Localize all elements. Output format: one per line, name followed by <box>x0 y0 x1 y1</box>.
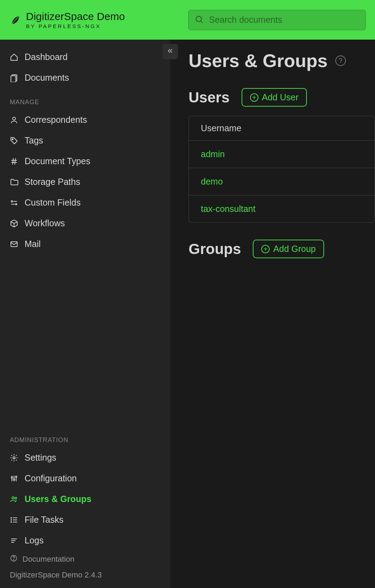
sidebar-item-custom-fields[interactable]: Custom Fields <box>0 192 170 213</box>
plus-circle-icon: + <box>261 245 270 253</box>
sidebar-item-tags[interactable]: Tags <box>0 130 170 151</box>
svg-point-4 <box>13 117 15 120</box>
sidebar-item-file-tasks[interactable]: File Tasks <box>0 509 170 530</box>
table-header-username: Username <box>189 116 375 141</box>
sidebar-item-dashboard[interactable]: Dashboard <box>0 47 170 67</box>
sidebar-item-label: Logs <box>25 535 44 546</box>
svg-point-16 <box>13 457 15 459</box>
main-content: Users & Groups ? Users + Add User Userna… <box>170 40 375 588</box>
sidebar-item-label: Workflows <box>25 218 65 228</box>
documentation-link[interactable]: Documentation <box>0 551 170 568</box>
username-cell: demo <box>201 176 223 186</box>
mail-icon <box>10 240 18 248</box>
sidebar-item-label: Settings <box>25 453 56 463</box>
leaf-logo-icon <box>9 14 21 26</box>
sidebar-item-documents[interactable]: Documents <box>0 67 170 88</box>
brand-title: DigitizerSpace Demo <box>26 11 125 22</box>
documentation-label: Documentation <box>22 555 74 564</box>
sidebar-item-label: Correspondents <box>25 115 87 125</box>
sidebar-item-correspondents[interactable]: Correspondents <box>0 109 170 130</box>
svg-point-29 <box>11 520 12 520</box>
chevron-double-left-icon <box>167 47 174 56</box>
section-header-manage: MANAGE <box>0 88 170 109</box>
sidebar-item-label: Mail <box>25 239 41 249</box>
home-icon <box>10 53 18 61</box>
sidebar-item-label: File Tasks <box>25 515 64 525</box>
equalizer-icon <box>10 474 18 483</box>
svg-point-22 <box>15 476 17 477</box>
version-text: DigitizerSpace Demo 2.4.3 <box>0 568 170 588</box>
help-circle-icon <box>10 554 18 564</box>
add-group-button[interactable]: + Add Group <box>253 240 324 258</box>
sidebar-item-label: Configuration <box>25 473 77 483</box>
username-cell: tax-consultant <box>201 204 256 214</box>
sidebar-collapse-button[interactable] <box>163 44 178 59</box>
brand-subtitle: BY PAPERLESS-NGX <box>26 23 125 29</box>
svg-point-23 <box>12 497 14 499</box>
search-icon <box>195 15 204 25</box>
svg-point-35 <box>13 560 14 560</box>
sidebar-item-label: Users & Groups <box>25 494 91 504</box>
svg-rect-3 <box>11 76 16 82</box>
svg-point-20 <box>11 477 13 478</box>
sidebar-item-configuration[interactable]: Configuration <box>0 468 170 489</box>
text-lines-icon <box>10 536 18 545</box>
brand[interactable]: DigitizerSpace Demo BY PAPERLESS-NGX <box>9 11 188 29</box>
sidebar-item-label: Storage Paths <box>25 177 80 187</box>
gear-icon <box>10 454 18 462</box>
add-group-label: Add Group <box>273 244 316 254</box>
svg-line-1 <box>201 21 203 22</box>
search-input[interactable] <box>188 10 366 30</box>
sidebar-item-label: Document Types <box>25 156 90 166</box>
help-icon[interactable]: ? <box>335 55 346 66</box>
sidebar-item-label: Tags <box>25 135 43 146</box>
sidebar-item-logs[interactable]: Logs <box>0 530 170 551</box>
sidebar-item-document-types[interactable]: Document Types <box>0 151 170 172</box>
svg-point-0 <box>196 16 201 21</box>
add-user-label: Add User <box>262 92 298 102</box>
svg-point-10 <box>11 201 13 202</box>
sidebar-item-label: Documents <box>25 73 69 83</box>
list-check-icon <box>10 516 18 524</box>
users-heading: Users <box>189 89 230 106</box>
svg-line-9 <box>15 158 15 165</box>
table-row[interactable]: tax-consultant <box>189 195 375 222</box>
sidebar-item-settings[interactable]: Settings <box>0 447 170 468</box>
sidebar: Dashboard Documents MANAGE Correspondent… <box>0 40 170 588</box>
plus-circle-icon: + <box>250 93 258 102</box>
svg-line-8 <box>13 158 13 165</box>
users-table: Username admin demo tax-consultant <box>189 116 375 223</box>
documents-icon <box>10 74 18 82</box>
username-cell: admin <box>201 149 225 159</box>
groups-heading: Groups <box>189 241 241 258</box>
sliders-icon <box>10 199 18 207</box>
hash-icon <box>10 157 18 166</box>
people-icon <box>10 495 18 503</box>
sidebar-item-storage-paths[interactable]: Storage Paths <box>0 172 170 192</box>
sidebar-item-label: Custom Fields <box>25 198 81 208</box>
section-header-administration: ADMINISTRATION <box>0 426 170 447</box>
tag-icon <box>10 136 18 145</box>
sidebar-item-mail[interactable]: Mail <box>0 234 170 254</box>
person-icon <box>10 116 18 124</box>
svg-point-12 <box>15 203 17 205</box>
app-header: DigitizerSpace Demo BY PAPERLESS-NGX <box>0 0 375 40</box>
svg-point-5 <box>12 139 13 140</box>
table-row[interactable]: admin <box>189 141 375 168</box>
folder-icon <box>10 178 18 186</box>
page-title: Users & Groups <box>189 50 328 71</box>
sidebar-item-workflows[interactable]: Workflows <box>0 213 170 234</box>
search-wrap <box>188 10 366 30</box>
svg-point-28 <box>11 517 12 518</box>
sidebar-item-label: Dashboard <box>25 52 67 62</box>
svg-point-24 <box>15 497 17 499</box>
table-row[interactable]: demo <box>189 168 375 195</box>
cube-icon <box>10 219 18 228</box>
svg-point-30 <box>11 522 12 522</box>
svg-point-21 <box>13 479 15 480</box>
add-user-button[interactable]: + Add User <box>242 88 307 107</box>
sidebar-item-users-groups[interactable]: Users & Groups <box>0 489 170 509</box>
